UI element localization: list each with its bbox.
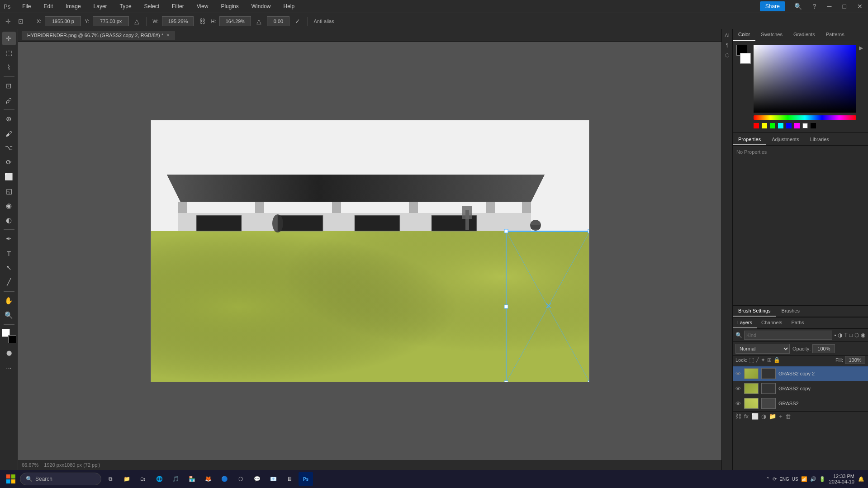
angle-input[interactable] bbox=[267, 16, 289, 26]
volume-icon[interactable]: 🔊 bbox=[810, 476, 816, 482]
start-button[interactable] bbox=[4, 472, 18, 486]
text-filter-icon[interactable]: T bbox=[844, 332, 847, 338]
path-select-tool[interactable]: ↖ bbox=[2, 261, 16, 275]
swatch-cyan[interactable] bbox=[778, 123, 783, 128]
menu-select[interactable]: Select bbox=[142, 2, 162, 10]
eraser-tool[interactable]: ⬜ bbox=[2, 170, 16, 184]
lasso-tool[interactable]: ⌇ bbox=[2, 61, 16, 74]
taskbar-spotify[interactable]: 🎵 bbox=[168, 472, 183, 486]
swatch-white[interactable] bbox=[802, 123, 808, 128]
taskbar-search[interactable]: 🔍 Search bbox=[20, 473, 101, 485]
notification-icon[interactable]: 🔔 bbox=[858, 476, 864, 482]
tab-patterns[interactable]: Patterns bbox=[821, 29, 850, 41]
tab-paths[interactable]: Paths bbox=[787, 317, 809, 328]
pen-tool[interactable]: ✒ bbox=[2, 232, 16, 246]
minimize-button[interactable]: ─ bbox=[825, 2, 834, 11]
layer-row[interactable]: 👁 GRASS2 copy bbox=[733, 381, 868, 396]
menu-plugins[interactable]: Plugins bbox=[218, 2, 241, 10]
delete-layer-icon[interactable]: 🗑 bbox=[785, 413, 791, 420]
blend-mode-select[interactable]: Normal bbox=[735, 344, 790, 354]
swatch-black[interactable] bbox=[811, 123, 816, 128]
ai-icon[interactable]: AI bbox=[723, 31, 732, 40]
menu-type[interactable]: Type bbox=[117, 2, 134, 10]
tray-expand[interactable]: ⌃ bbox=[766, 476, 770, 482]
tray-refresh[interactable]: ⟳ bbox=[773, 476, 777, 482]
link-icon[interactable]: ⛓ bbox=[197, 17, 207, 26]
close-button[interactable]: ✕ bbox=[855, 2, 864, 11]
lock-artboard2-icon[interactable]: ⊞ bbox=[767, 357, 772, 363]
search-button[interactable]: 🔍 bbox=[792, 2, 804, 11]
crop-tool[interactable]: ⊡ bbox=[2, 79, 16, 93]
swatch-yellow[interactable] bbox=[762, 123, 767, 128]
menu-view[interactable]: View bbox=[194, 2, 211, 10]
share-button[interactable]: Share bbox=[760, 1, 785, 11]
pixel-filter-icon[interactable]: ▪ bbox=[834, 332, 836, 338]
taskbar-photoshop[interactable]: Ps bbox=[299, 472, 313, 486]
document-tab[interactable]: HYBRIDRENDER.png @ 66.7% (GRASS2 copy 2,… bbox=[22, 31, 175, 40]
color-arrow[interactable]: ▶ bbox=[859, 45, 864, 51]
menu-window[interactable]: Window bbox=[249, 2, 274, 10]
taskbar-store[interactable]: 🏪 bbox=[185, 472, 199, 486]
x-input[interactable] bbox=[45, 16, 81, 26]
taskbar-explorer[interactable]: 📁 bbox=[119, 472, 134, 486]
lock-pixels-icon[interactable]: ⬚ bbox=[749, 357, 754, 363]
taskbar-teams[interactable]: 💬 bbox=[250, 472, 264, 486]
opacity-input[interactable] bbox=[812, 344, 835, 353]
smart-filter-icon[interactable]: ⬡ bbox=[854, 332, 859, 338]
tab-libraries[interactable]: Libraries bbox=[805, 134, 835, 145]
adjustment-filter-icon[interactable]: ◑ bbox=[838, 332, 842, 338]
lock-position-icon[interactable]: ✦ bbox=[761, 357, 765, 363]
filter-toggle[interactable]: ◉ bbox=[861, 332, 865, 338]
gradient-tool[interactable]: ◱ bbox=[2, 185, 16, 198]
swatch-blue[interactable] bbox=[786, 123, 792, 128]
select-tool[interactable]: ⬚ bbox=[2, 46, 16, 60]
blur-tool[interactable]: ◉ bbox=[2, 199, 16, 213]
adjustment-layer-icon[interactable]: ◑ bbox=[761, 413, 766, 420]
menu-file[interactable]: File bbox=[19, 2, 33, 10]
clock[interactable]: 12:33 PM 2024-04-10 bbox=[829, 474, 854, 484]
color-spectrum[interactable] bbox=[754, 115, 856, 120]
w-input[interactable] bbox=[162, 16, 194, 26]
help-button[interactable]: ? bbox=[811, 2, 818, 11]
background-color[interactable] bbox=[8, 335, 16, 343]
move-tool[interactable]: ✛ bbox=[2, 32, 16, 45]
hand-tool[interactable]: ✋ bbox=[2, 294, 16, 308]
eyedropper-tool[interactable]: 🖊 bbox=[2, 94, 16, 107]
link-layers-icon[interactable]: ⛓ bbox=[735, 413, 741, 420]
brush-tool[interactable]: 🖌 bbox=[2, 127, 16, 140]
maximize-button[interactable]: □ bbox=[841, 2, 848, 11]
dodge-tool[interactable]: ◐ bbox=[2, 213, 16, 227]
zoom-tool[interactable]: 🔍 bbox=[2, 308, 16, 322]
tab-layers[interactable]: Layers bbox=[733, 317, 757, 328]
add-mask-icon[interactable]: ⬜ bbox=[751, 413, 759, 420]
tab-color[interactable]: Color bbox=[733, 29, 755, 41]
menu-image[interactable]: Image bbox=[63, 2, 83, 10]
shape-filter-icon[interactable]: □ bbox=[849, 332, 853, 338]
h-input[interactable] bbox=[219, 16, 251, 26]
taskview-button[interactable]: ⧉ bbox=[103, 472, 118, 486]
menu-filter[interactable]: Filter bbox=[169, 2, 187, 10]
layer-row[interactable]: 👁 GRASS2 copy 2 bbox=[733, 366, 868, 381]
shape-tool[interactable]: ╱ bbox=[2, 275, 16, 289]
tray-lang[interactable]: ENG bbox=[779, 477, 789, 482]
tab-properties[interactable]: Properties bbox=[733, 134, 766, 145]
new-layer-icon[interactable]: + bbox=[779, 413, 783, 420]
taskbar-chrome[interactable]: 🔵 bbox=[217, 472, 232, 486]
swatch-red[interactable] bbox=[754, 123, 759, 128]
taskbar-files[interactable]: 🗂 bbox=[136, 472, 150, 486]
layer-row[interactable]: 👁 GRASS2 bbox=[733, 396, 868, 411]
check-icon[interactable]: ✓ bbox=[293, 17, 302, 26]
swatch-magenta[interactable] bbox=[794, 123, 800, 128]
layer-visibility-eye[interactable]: 👁 bbox=[735, 385, 741, 392]
background-swatch[interactable] bbox=[740, 53, 751, 64]
tab-swatches[interactable]: Swatches bbox=[755, 29, 788, 41]
tab-close[interactable]: ✕ bbox=[166, 33, 170, 38]
taskbar-browser[interactable]: 🌐 bbox=[152, 472, 166, 486]
3d-icon[interactable]: ⬡ bbox=[723, 51, 732, 60]
taskbar-outlook[interactable]: 📧 bbox=[266, 472, 280, 486]
add-style-icon[interactable]: fx bbox=[744, 413, 749, 420]
menu-edit[interactable]: Edit bbox=[41, 2, 56, 10]
healing-tool[interactable]: ⊕ bbox=[2, 112, 16, 126]
tab-brush-settings[interactable]: Brush Settings bbox=[733, 306, 776, 317]
history-tool[interactable]: ⟳ bbox=[2, 156, 16, 169]
